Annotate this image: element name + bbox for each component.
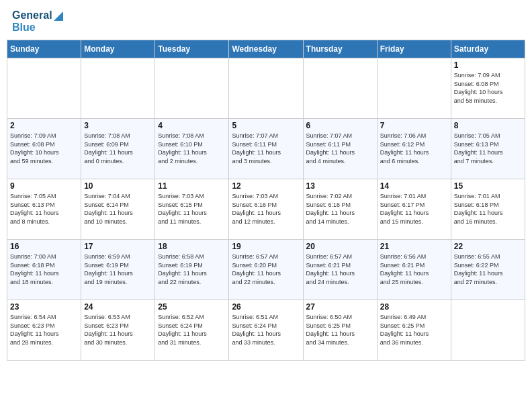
calendar-cell: 18Sunrise: 6:58 AM Sunset: 6:19 PM Dayli… — [155, 240, 229, 300]
logo-blue: Blue — [12, 21, 52, 34]
day-info: Sunrise: 6:49 AM Sunset: 6:25 PM Dayligh… — [380, 313, 448, 347]
day-info: Sunrise: 6:55 AM Sunset: 6:22 PM Dayligh… — [454, 253, 522, 286]
day-number: 9 — [10, 181, 78, 191]
weekday-header-monday: Monday — [81, 40, 155, 58]
day-number: 5 — [232, 121, 300, 130]
day-info: Sunrise: 6:51 AM Sunset: 6:24 PM Dayligh… — [232, 313, 300, 347]
day-info: Sunrise: 7:06 AM Sunset: 6:12 PM Dayligh… — [380, 132, 448, 165]
weekday-header-tuesday: Tuesday — [155, 40, 229, 58]
calendar-cell: 12Sunrise: 7:03 AM Sunset: 6:16 PM Dayli… — [229, 179, 303, 240]
day-info: Sunrise: 6:52 AM Sunset: 6:24 PM Dayligh… — [158, 313, 226, 347]
day-info: Sunrise: 7:00 AM Sunset: 6:18 PM Dayligh… — [10, 253, 78, 286]
day-info: Sunrise: 7:09 AM Sunset: 6:08 PM Dayligh… — [454, 71, 522, 105]
calendar-cell: 5Sunrise: 7:07 AM Sunset: 6:11 PM Daylig… — [229, 119, 303, 179]
day-number: 3 — [84, 121, 152, 130]
calendar-table: SundayMondayTuesdayWednesdayThursdayFrid… — [7, 40, 525, 361]
calendar-cell: 4Sunrise: 7:08 AM Sunset: 6:10 PM Daylig… — [155, 119, 229, 179]
calendar-cell: 13Sunrise: 7:02 AM Sunset: 6:16 PM Dayli… — [303, 179, 377, 240]
calendar-cell: 15Sunrise: 7:01 AM Sunset: 6:18 PM Dayli… — [451, 179, 525, 240]
calendar-cell — [377, 58, 451, 119]
week-row-2: 9Sunrise: 7:05 AM Sunset: 6:13 PM Daylig… — [7, 179, 525, 240]
calendar-cell: 24Sunrise: 6:53 AM Sunset: 6:23 PM Dayli… — [81, 300, 155, 361]
day-number: 20 — [306, 242, 374, 251]
calendar-cell: 25Sunrise: 6:52 AM Sunset: 6:24 PM Dayli… — [155, 300, 229, 361]
day-number: 4 — [158, 121, 226, 130]
weekday-header-sunday: Sunday — [7, 40, 81, 58]
week-row-1: 2Sunrise: 7:09 AM Sunset: 6:08 PM Daylig… — [7, 119, 525, 179]
logo: GeneralBlue — [12, 9, 62, 33]
day-info: Sunrise: 6:54 AM Sunset: 6:23 PM Dayligh… — [10, 313, 78, 347]
day-number: 23 — [10, 302, 78, 312]
calendar-cell: 27Sunrise: 6:50 AM Sunset: 6:25 PM Dayli… — [303, 300, 377, 361]
day-number: 10 — [84, 181, 152, 191]
day-info: Sunrise: 7:03 AM Sunset: 6:16 PM Dayligh… — [232, 192, 300, 226]
calendar-cell: 28Sunrise: 6:49 AM Sunset: 6:25 PM Dayli… — [377, 300, 451, 361]
day-info: Sunrise: 7:01 AM Sunset: 6:18 PM Dayligh… — [454, 192, 522, 226]
calendar-cell: 11Sunrise: 7:03 AM Sunset: 6:15 PM Dayli… — [155, 179, 229, 240]
day-number: 11 — [158, 181, 226, 191]
day-info: Sunrise: 6:56 AM Sunset: 6:21 PM Dayligh… — [380, 253, 448, 286]
calendar-cell — [155, 58, 229, 119]
calendar-cell: 14Sunrise: 7:01 AM Sunset: 6:17 PM Dayli… — [377, 179, 451, 240]
day-number: 14 — [380, 181, 448, 191]
day-info: Sunrise: 6:58 AM Sunset: 6:19 PM Dayligh… — [158, 253, 226, 286]
day-info: Sunrise: 7:05 AM Sunset: 6:13 PM Dayligh… — [10, 192, 78, 226]
calendar-cell — [451, 300, 525, 361]
day-number: 8 — [454, 121, 522, 130]
day-number: 7 — [380, 121, 448, 130]
weekday-header-saturday: Saturday — [451, 40, 525, 58]
week-row-0: 1Sunrise: 7:09 AM Sunset: 6:08 PM Daylig… — [7, 58, 525, 119]
week-row-4: 23Sunrise: 6:54 AM Sunset: 6:23 PM Dayli… — [7, 300, 525, 361]
week-row-3: 16Sunrise: 7:00 AM Sunset: 6:18 PM Dayli… — [7, 240, 525, 300]
weekday-header-row: SundayMondayTuesdayWednesdayThursdayFrid… — [7, 40, 525, 58]
day-info: Sunrise: 6:57 AM Sunset: 6:20 PM Dayligh… — [232, 253, 300, 286]
day-info: Sunrise: 7:03 AM Sunset: 6:15 PM Dayligh… — [158, 192, 226, 226]
calendar-cell: 16Sunrise: 7:00 AM Sunset: 6:18 PM Dayli… — [7, 240, 81, 300]
weekday-header-wednesday: Wednesday — [229, 40, 303, 58]
calendar-cell: 2Sunrise: 7:09 AM Sunset: 6:08 PM Daylig… — [7, 119, 81, 179]
day-number: 27 — [306, 302, 374, 312]
day-info: Sunrise: 7:07 AM Sunset: 6:11 PM Dayligh… — [306, 132, 374, 165]
calendar-cell: 19Sunrise: 6:57 AM Sunset: 6:20 PM Dayli… — [229, 240, 303, 300]
day-number: 21 — [380, 242, 448, 251]
weekday-header-friday: Friday — [377, 40, 451, 58]
day-number: 6 — [306, 121, 374, 130]
day-number: 2 — [10, 121, 78, 130]
day-number: 26 — [232, 302, 300, 312]
calendar-cell: 6Sunrise: 7:07 AM Sunset: 6:11 PM Daylig… — [303, 119, 377, 179]
svg-marker-0 — [54, 11, 63, 21]
calendar-cell — [229, 58, 303, 119]
day-info: Sunrise: 7:08 AM Sunset: 6:10 PM Dayligh… — [158, 132, 226, 165]
page-header: GeneralBlue — [7, 7, 525, 36]
calendar-cell: 21Sunrise: 6:56 AM Sunset: 6:21 PM Dayli… — [377, 240, 451, 300]
day-info: Sunrise: 6:57 AM Sunset: 6:21 PM Dayligh… — [306, 253, 374, 286]
day-number: 12 — [232, 181, 300, 191]
day-info: Sunrise: 7:09 AM Sunset: 6:08 PM Dayligh… — [10, 132, 78, 165]
day-info: Sunrise: 7:08 AM Sunset: 6:09 PM Dayligh… — [84, 132, 152, 165]
day-number: 19 — [232, 242, 300, 251]
day-info: Sunrise: 7:07 AM Sunset: 6:11 PM Dayligh… — [232, 132, 300, 165]
day-info: Sunrise: 6:59 AM Sunset: 6:19 PM Dayligh… — [84, 253, 152, 286]
day-number: 28 — [380, 302, 448, 312]
day-number: 13 — [306, 181, 374, 191]
day-number: 17 — [84, 242, 152, 251]
day-number: 16 — [10, 242, 78, 251]
calendar-cell — [81, 58, 155, 119]
calendar-cell — [303, 58, 377, 119]
day-number: 18 — [158, 242, 226, 251]
day-info: Sunrise: 7:01 AM Sunset: 6:17 PM Dayligh… — [380, 192, 448, 226]
day-number: 1 — [454, 60, 522, 70]
calendar-cell: 3Sunrise: 7:08 AM Sunset: 6:09 PM Daylig… — [81, 119, 155, 179]
day-info: Sunrise: 6:50 AM Sunset: 6:25 PM Dayligh… — [306, 313, 374, 347]
calendar-cell: 8Sunrise: 7:05 AM Sunset: 6:13 PM Daylig… — [451, 119, 525, 179]
day-info: Sunrise: 7:05 AM Sunset: 6:13 PM Dayligh… — [454, 132, 522, 165]
calendar-cell: 20Sunrise: 6:57 AM Sunset: 6:21 PM Dayli… — [303, 240, 377, 300]
calendar-cell: 1Sunrise: 7:09 AM Sunset: 6:08 PM Daylig… — [451, 58, 525, 119]
calendar-cell: 22Sunrise: 6:55 AM Sunset: 6:22 PM Dayli… — [451, 240, 525, 300]
day-number: 15 — [454, 181, 522, 191]
logo-general: General — [12, 9, 52, 21]
day-info: Sunrise: 7:02 AM Sunset: 6:16 PM Dayligh… — [306, 192, 374, 226]
day-number: 25 — [158, 302, 226, 312]
calendar-cell: 9Sunrise: 7:05 AM Sunset: 6:13 PM Daylig… — [7, 179, 81, 240]
calendar-cell: 7Sunrise: 7:06 AM Sunset: 6:12 PM Daylig… — [377, 119, 451, 179]
